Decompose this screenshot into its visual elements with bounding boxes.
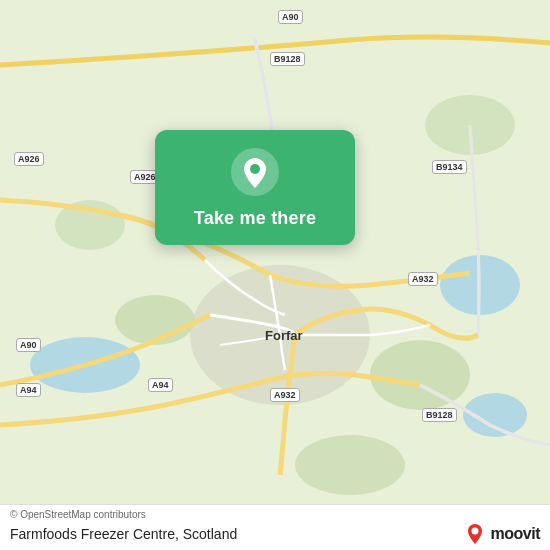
road-badge-a94-mid: A94 xyxy=(148,378,173,392)
road-badge-a90-top: A90 xyxy=(278,10,303,24)
svg-point-5 xyxy=(370,340,470,410)
location-name: Farmfoods Freezer Centre, Scotland xyxy=(10,526,237,542)
road-badge-a90-bottom: A90 xyxy=(16,338,41,352)
svg-point-12 xyxy=(250,164,260,174)
moovit-pin-icon xyxy=(463,522,487,546)
road-badge-a932-right: A932 xyxy=(408,272,438,286)
road-badge-b9128-top: B9128 xyxy=(270,52,305,66)
copyright-text: © OpenStreetMap contributors xyxy=(10,509,540,520)
road-badge-b9128-bottom: B9128 xyxy=(422,408,457,422)
bottom-bar: © OpenStreetMap contributors Farmfoods F… xyxy=(0,504,550,550)
road-badge-a932-bottom: A932 xyxy=(270,388,300,402)
road-badge-a926-left: A926 xyxy=(14,152,44,166)
road-badge-a94-bottom-left: A94 xyxy=(16,383,41,397)
take-me-label: Take me there xyxy=(194,208,316,229)
road-badge-b9134: B9134 xyxy=(432,160,467,174)
svg-point-7 xyxy=(295,435,405,495)
svg-point-13 xyxy=(471,528,478,535)
bottom-row: Farmfoods Freezer Centre, Scotland moovi… xyxy=(10,522,540,546)
map-svg: Forfar xyxy=(0,0,550,550)
take-me-card[interactable]: Take me there xyxy=(155,130,355,245)
svg-point-6 xyxy=(115,295,195,345)
map-container: Forfar A90 B9128 A926 A926 B9134 A932 A9… xyxy=(0,0,550,550)
moovit-text: moovit xyxy=(491,525,540,543)
svg-text:Forfar: Forfar xyxy=(265,328,303,343)
moovit-logo: moovit xyxy=(463,522,540,546)
location-pin-icon xyxy=(231,148,279,196)
